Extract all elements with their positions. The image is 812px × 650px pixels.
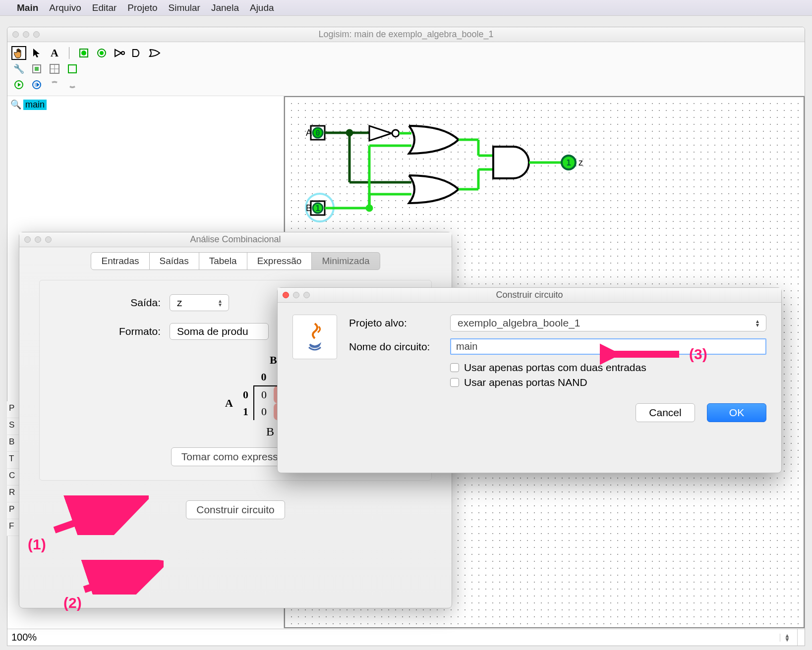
mac-menubar: Main Arquivo Editar Projeto Simular Jane… [0,0,812,16]
sim-step-icon[interactable] [29,78,44,92]
toolbar-separator [69,47,69,59]
format-select-value: Soma de produ [177,325,248,337]
minimize-icon[interactable] [35,236,41,243]
hand-tool[interactable] [11,46,26,60]
tab-saidas[interactable]: Saídas [150,252,199,270]
menu-simular[interactable]: Simular [169,2,200,13]
chevron-updown-icon: ▴▾ [756,319,759,327]
sim-play-icon[interactable] [11,78,26,92]
prop-row: T [7,452,19,469]
wrench-icon[interactable]: 🔧 [11,62,26,76]
prop-row: C [7,469,19,486]
prop-row: S [7,418,19,435]
property-list-sliver: P S B T C R P F [7,401,19,536]
cancel-button[interactable]: Cancel [636,403,695,422]
tab-minimizada[interactable]: Minimizada [312,252,380,270]
sim-reset-icon[interactable] [47,78,62,92]
svg-text:z: z [579,158,583,167]
menu-main[interactable]: Main [17,2,38,13]
main-titlebar: Logisim: main de exemplo_algebra_boole_1 [7,27,805,42]
svg-point-26 [392,130,399,137]
menu-ajuda[interactable]: Ajuda [250,2,274,13]
analysis-window-title: Análise Combinacional [190,234,281,245]
output-select[interactable]: z ▴▾ [170,294,229,311]
circuit-name-input[interactable] [450,338,766,355]
build-dialog-titlebar: Construir circuito [278,288,781,303]
format-label: Formato: [101,325,161,337]
text-tool[interactable]: A [47,46,62,60]
svg-text:1: 1 [566,158,571,167]
tab-tabela[interactable]: Tabela [199,252,247,270]
prop-row: F [7,519,19,536]
two-input-gates-checkbox[interactable] [450,363,459,372]
main-window-title: Logisim: main de exemplo_algebra_boole_1 [318,29,493,40]
sim-tick-icon[interactable] [65,78,80,92]
java-icon [292,315,337,359]
menu-editar[interactable]: Editar [92,2,117,13]
box3-icon[interactable] [65,62,80,76]
prop-row: P [7,401,19,418]
project-select[interactable]: exemplo_algebra_boole_1 ▴▾ [450,315,766,331]
close-icon[interactable] [24,236,31,243]
svg-point-4 [121,52,124,54]
build-dialog-title: Construir circuito [496,290,563,300]
zoom-level: 100% [11,632,37,643]
analysis-tabs: Entradas Saídas Tabela Expressão Minimiz… [19,252,452,270]
or-gate-tool[interactable] [148,46,163,60]
menu-arquivo[interactable]: Arquivo [49,2,81,13]
nand-only-checkbox[interactable] [450,378,459,387]
pin-output-tool[interactable] [94,46,109,60]
project-select-value: exemplo_algebra_boole_1 [458,317,580,329]
not-gate-tool[interactable] [112,46,127,60]
minimize-icon[interactable] [293,292,299,298]
tree-item-label: main [23,100,47,110]
circuit-name-label: Nome do circuito: [349,341,443,353]
zoom-icon[interactable] [33,31,40,38]
close-icon[interactable] [12,31,19,38]
zoom-icon[interactable] [303,292,310,298]
output-label: Saída: [101,297,161,309]
pointer-tool[interactable] [29,46,44,60]
two-input-gates-label: Usar apenas portas com duas entradas [464,362,646,374]
zoom-icon[interactable] [45,236,52,243]
svg-text:B: B [306,203,312,213]
project-label: Projeto alvo: [349,317,443,329]
menu-projeto[interactable]: Projeto [127,2,157,13]
svg-point-1 [81,51,86,55]
ok-button[interactable]: OK [707,403,766,422]
build-circuit-dialog: Construir circuito Projeto alvo: exemplo… [277,287,782,473]
tree-item-main[interactable]: 🔍 main [10,99,281,110]
analysis-window-controls[interactable] [24,236,52,243]
prop-row: P [7,502,19,519]
tab-expressao[interactable]: Expressão [247,252,312,270]
svg-point-3 [100,51,104,55]
svg-text:0: 0 [315,128,320,138]
box1-icon[interactable] [29,62,44,76]
menu-janela[interactable]: Janela [211,2,239,13]
prop-row: B [7,435,19,452]
svg-rect-6 [35,67,39,71]
toolbar: A 🔧 [7,42,805,96]
prop-row: R [7,486,19,502]
box2-icon[interactable] [47,62,62,76]
nand-only-label: Usar apenas portas NAND [464,377,587,388]
analysis-titlebar: Análise Combinacional [19,232,452,247]
status-bar: 100% ▲▼ [7,629,805,646]
close-icon[interactable] [283,292,289,298]
magnifier-icon: 🔍 [10,99,21,110]
pin-input-tool[interactable] [76,46,91,60]
format-select[interactable]: Soma de produ [170,323,269,340]
output-select-value: z [177,297,182,309]
svg-text:1: 1 [315,204,320,213]
svg-rect-10 [68,65,76,73]
and-gate-tool[interactable] [130,46,145,60]
tab-entradas[interactable]: Entradas [91,252,149,270]
dialog-window-controls[interactable] [283,292,310,298]
window-controls[interactable] [12,31,40,38]
svg-text:A: A [306,128,312,138]
circuit-diagram: 0 A 1 B [295,106,672,245]
chevron-updown-icon: ▴▾ [219,299,222,307]
build-circuit-button[interactable]: Construir circuito [186,500,285,519]
zoom-stepper[interactable]: ▲▼ [780,634,794,642]
minimize-icon[interactable] [23,31,29,38]
